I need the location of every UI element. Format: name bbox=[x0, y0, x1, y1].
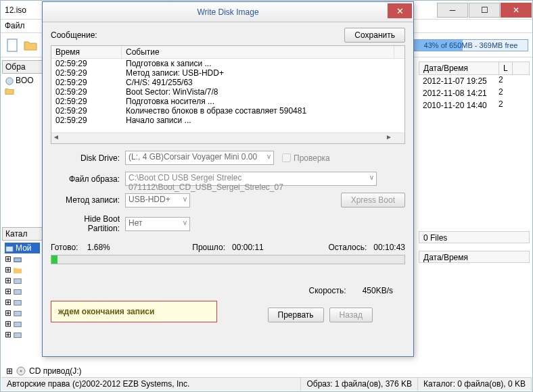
tree-my[interactable]: Мой bbox=[5, 243, 40, 253]
write-disk-dialog: Write Disk Image ✕ Сообщение: Сохранить … bbox=[42, 1, 414, 357]
svg-rect-3 bbox=[14, 258, 22, 262]
save-button[interactable]: Сохранить bbox=[344, 28, 405, 43]
image-tree: BOO bbox=[5, 75, 40, 95]
svg-point-1 bbox=[6, 78, 14, 85]
new-icon[interactable] bbox=[5, 37, 21, 53]
table-row[interactable]: 2012-11-07 19:252 bbox=[419, 75, 530, 87]
log-row[interactable]: 02:59:29Подготовка к записи ... bbox=[51, 59, 404, 68]
close-button[interactable]: ✕ bbox=[501, 3, 532, 18]
xpress-boot-button[interactable]: Xpress Boot bbox=[341, 193, 405, 207]
elapsed-label: Прошло: bbox=[192, 243, 225, 252]
log-row[interactable]: 02:59:29C/H/S: 491/255/63 bbox=[51, 78, 404, 87]
minimize-button[interactable]: ─ bbox=[437, 3, 468, 18]
cd-drive-row[interactable]: ⊞ CD привод(J:) bbox=[6, 366, 527, 376]
log-col-event[interactable]: Событие bbox=[122, 46, 394, 58]
remain-label: Осталось: bbox=[329, 243, 367, 252]
file-field: C:\Boot CD USB Sergei Strelec 071112\Boo… bbox=[125, 172, 377, 186]
status-copyright: Авторские права (c)2002-2012 EZB Systems… bbox=[1, 378, 301, 391]
files-count: 0 Files bbox=[419, 231, 530, 243]
tree-item-boot[interactable]: BOO bbox=[5, 75, 40, 86]
speed-label: Скорость: bbox=[308, 286, 346, 295]
tree-item[interactable]: ⊞ bbox=[5, 308, 40, 318]
remain-value: 00:10:43 bbox=[373, 243, 405, 252]
svg-rect-7 bbox=[14, 312, 22, 316]
col-t[interactable]: L bbox=[499, 62, 513, 74]
log-row[interactable]: 02:59:29Начало записи ... bbox=[51, 116, 404, 125]
svg-rect-0 bbox=[7, 39, 17, 51]
side-tabs: Обра bbox=[2, 60, 43, 74]
svg-rect-2 bbox=[6, 247, 14, 252]
maximize-button[interactable]: ☐ bbox=[469, 3, 500, 18]
menu-file[interactable]: Файл bbox=[5, 21, 25, 31]
tree-item[interactable]: ⊞ bbox=[5, 264, 40, 275]
abort-button[interactable]: Прервать bbox=[268, 308, 324, 322]
tree-item[interactable]: ⊞ bbox=[5, 318, 40, 329]
tree-item[interactable]: ⊞ bbox=[5, 329, 40, 340]
method-label: Метод записи: bbox=[51, 195, 125, 205]
log-row[interactable]: 02:59:29Подготовка носителя ... bbox=[51, 97, 404, 106]
log-col-time[interactable]: Время bbox=[51, 46, 122, 58]
progress-row: Готово: 1.68% Прошло: 00:00:11 Осталось:… bbox=[51, 243, 405, 252]
svg-rect-5 bbox=[14, 290, 22, 295]
elapsed-value: 00:00:11 bbox=[232, 243, 264, 252]
svg-point-11 bbox=[20, 370, 22, 372]
file-list: 2012-11-07 19:252 2012-11-08 14:212 2010… bbox=[419, 75, 530, 112]
disk-drive-label: Disk Drive: bbox=[51, 153, 125, 163]
tab-catalog[interactable]: Катал bbox=[2, 227, 43, 241]
right-panel: Дата/ВремяL 2012-11-07 19:252 2012-11-08… bbox=[419, 62, 530, 112]
back-button[interactable]: Назад bbox=[329, 308, 373, 322]
hide-select[interactable]: Нет bbox=[125, 217, 190, 231]
col-date2[interactable]: Дата/Время bbox=[419, 251, 530, 263]
done-value: 1.68% bbox=[87, 243, 110, 252]
table-row[interactable]: 2012-11-08 14:212 bbox=[419, 87, 530, 99]
progress-bar bbox=[51, 255, 405, 264]
speed-value: 450KB/s bbox=[363, 286, 393, 295]
tree-item[interactable]: ⊞ bbox=[5, 253, 40, 264]
log-row[interactable]: 02:59:29Boot Sector: WinVista/7/8 bbox=[51, 87, 404, 97]
tree-item[interactable]: ⊞ bbox=[5, 275, 40, 286]
tree-item-folder[interactable] bbox=[5, 86, 40, 95]
method-select[interactable]: USB-HDD+ bbox=[125, 193, 190, 207]
progress-fill bbox=[51, 255, 57, 264]
open-icon[interactable] bbox=[22, 37, 39, 53]
done-label: Готово: bbox=[51, 243, 78, 252]
file-label: Файл образа: bbox=[51, 174, 125, 184]
svg-rect-8 bbox=[14, 322, 22, 327]
speed-row: Скорость: 450KB/s bbox=[308, 286, 393, 295]
log-area: Время Событие 02:59:29Подготовка к запис… bbox=[51, 45, 405, 144]
svg-rect-9 bbox=[14, 333, 22, 338]
statusbar: Авторские права (c)2002-2012 EZB Systems… bbox=[1, 377, 532, 391]
log-row[interactable]: 02:59:29Количество блоков в образе соста… bbox=[51, 106, 404, 116]
dialog-title: Write Disk Image ✕ bbox=[43, 2, 413, 22]
tree-item[interactable]: ⊞ bbox=[5, 286, 40, 297]
status-catalog: Каталог: 0 файла(ов), 0 KB bbox=[418, 378, 532, 391]
status-image: Образ: 1 файла(ов), 376 KB bbox=[301, 378, 418, 391]
svg-rect-6 bbox=[14, 301, 22, 305]
disk-drive-select[interactable]: (L:, 4 GB)Corsair Voyager Mini 0.00 bbox=[125, 151, 274, 165]
verify-checkbox[interactable]: Проверка bbox=[282, 153, 330, 163]
tree-item[interactable]: ⊞ bbox=[5, 297, 40, 308]
svg-rect-4 bbox=[14, 279, 22, 284]
dialog-close-button[interactable]: ✕ bbox=[388, 3, 412, 18]
h-scrollbar[interactable] bbox=[51, 132, 404, 143]
message-label: Сообщение: bbox=[51, 30, 97, 40]
scrollbar[interactable] bbox=[394, 46, 404, 58]
side-tabs2: Катал bbox=[2, 227, 43, 241]
col-date[interactable]: Дата/Время bbox=[419, 62, 499, 74]
annotation-note: ждем окончания записи bbox=[51, 301, 217, 322]
local-tree: Мой ⊞ ⊞ ⊞ ⊞ ⊞ ⊞ ⊞ ⊞ bbox=[5, 243, 40, 340]
cd-icon bbox=[16, 366, 26, 376]
log-row[interactable]: 02:59:29Метод записи: USB-HDD+ bbox=[51, 68, 404, 78]
tab-image[interactable]: Обра bbox=[2, 60, 43, 74]
table-row[interactable]: 2010-11-20 14:402 bbox=[419, 99, 530, 112]
hide-label: Hide Boot Partition: bbox=[51, 214, 125, 233]
disk-usage-bar: 43% of 650MB - 369MB free bbox=[413, 39, 528, 51]
